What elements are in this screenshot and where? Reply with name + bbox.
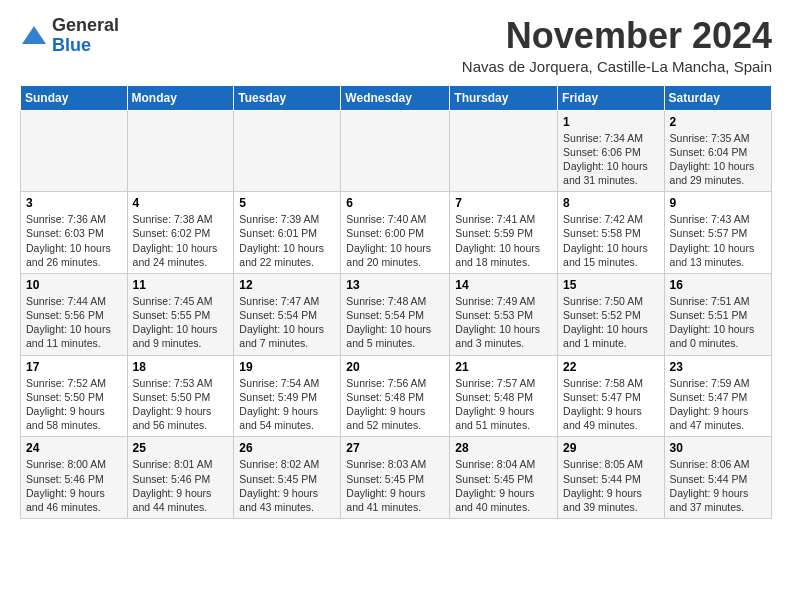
calendar-cell: 10Sunrise: 7:44 AM Sunset: 5:56 PM Dayli…	[21, 273, 128, 355]
day-info: Sunrise: 7:53 AM Sunset: 5:50 PM Dayligh…	[133, 376, 229, 433]
calendar-week-1: 1Sunrise: 7:34 AM Sunset: 6:06 PM Daylig…	[21, 110, 772, 192]
day-info: Sunrise: 7:41 AM Sunset: 5:59 PM Dayligh…	[455, 212, 552, 269]
day-number: 17	[26, 360, 122, 374]
day-number: 7	[455, 196, 552, 210]
day-number: 15	[563, 278, 659, 292]
weekday-tuesday: Tuesday	[234, 85, 341, 110]
day-number: 2	[670, 115, 766, 129]
day-number: 16	[670, 278, 766, 292]
weekday-monday: Monday	[127, 85, 234, 110]
month-title: November 2024	[462, 16, 772, 56]
day-info: Sunrise: 7:36 AM Sunset: 6:03 PM Dayligh…	[26, 212, 122, 269]
day-number: 6	[346, 196, 444, 210]
calendar-body: 1Sunrise: 7:34 AM Sunset: 6:06 PM Daylig…	[21, 110, 772, 518]
calendar-cell: 14Sunrise: 7:49 AM Sunset: 5:53 PM Dayli…	[450, 273, 558, 355]
calendar-week-5: 24Sunrise: 8:00 AM Sunset: 5:46 PM Dayli…	[21, 437, 772, 519]
calendar-cell: 5Sunrise: 7:39 AM Sunset: 6:01 PM Daylig…	[234, 192, 341, 274]
calendar-cell: 3Sunrise: 7:36 AM Sunset: 6:03 PM Daylig…	[21, 192, 128, 274]
day-info: Sunrise: 7:39 AM Sunset: 6:01 PM Dayligh…	[239, 212, 335, 269]
calendar-cell: 21Sunrise: 7:57 AM Sunset: 5:48 PM Dayli…	[450, 355, 558, 437]
day-number: 5	[239, 196, 335, 210]
calendar-header: Sunday Monday Tuesday Wednesday Thursday…	[21, 85, 772, 110]
logo: General Blue	[20, 16, 119, 56]
calendar-cell: 18Sunrise: 7:53 AM Sunset: 5:50 PM Dayli…	[127, 355, 234, 437]
day-number: 13	[346, 278, 444, 292]
calendar-week-3: 10Sunrise: 7:44 AM Sunset: 5:56 PM Dayli…	[21, 273, 772, 355]
weekday-row: Sunday Monday Tuesday Wednesday Thursday…	[21, 85, 772, 110]
day-number: 18	[133, 360, 229, 374]
day-number: 23	[670, 360, 766, 374]
calendar-cell: 16Sunrise: 7:51 AM Sunset: 5:51 PM Dayli…	[664, 273, 771, 355]
calendar-cell: 2Sunrise: 7:35 AM Sunset: 6:04 PM Daylig…	[664, 110, 771, 192]
day-info: Sunrise: 7:43 AM Sunset: 5:57 PM Dayligh…	[670, 212, 766, 269]
day-number: 20	[346, 360, 444, 374]
calendar-cell: 25Sunrise: 8:01 AM Sunset: 5:46 PM Dayli…	[127, 437, 234, 519]
page-header: General Blue November 2024 Navas de Jorq…	[20, 16, 772, 75]
day-number: 11	[133, 278, 229, 292]
day-info: Sunrise: 8:02 AM Sunset: 5:45 PM Dayligh…	[239, 457, 335, 514]
day-info: Sunrise: 7:58 AM Sunset: 5:47 PM Dayligh…	[563, 376, 659, 433]
calendar-cell: 12Sunrise: 7:47 AM Sunset: 5:54 PM Dayli…	[234, 273, 341, 355]
calendar-cell	[450, 110, 558, 192]
calendar-cell: 13Sunrise: 7:48 AM Sunset: 5:54 PM Dayli…	[341, 273, 450, 355]
logo-icon	[20, 22, 48, 50]
calendar-cell: 8Sunrise: 7:42 AM Sunset: 5:58 PM Daylig…	[558, 192, 665, 274]
calendar-cell: 6Sunrise: 7:40 AM Sunset: 6:00 PM Daylig…	[341, 192, 450, 274]
day-info: Sunrise: 7:42 AM Sunset: 5:58 PM Dayligh…	[563, 212, 659, 269]
day-info: Sunrise: 7:51 AM Sunset: 5:51 PM Dayligh…	[670, 294, 766, 351]
calendar-cell: 29Sunrise: 8:05 AM Sunset: 5:44 PM Dayli…	[558, 437, 665, 519]
calendar-cell: 17Sunrise: 7:52 AM Sunset: 5:50 PM Dayli…	[21, 355, 128, 437]
day-info: Sunrise: 8:06 AM Sunset: 5:44 PM Dayligh…	[670, 457, 766, 514]
day-info: Sunrise: 7:45 AM Sunset: 5:55 PM Dayligh…	[133, 294, 229, 351]
calendar-cell: 9Sunrise: 7:43 AM Sunset: 5:57 PM Daylig…	[664, 192, 771, 274]
day-info: Sunrise: 8:05 AM Sunset: 5:44 PM Dayligh…	[563, 457, 659, 514]
calendar-cell: 1Sunrise: 7:34 AM Sunset: 6:06 PM Daylig…	[558, 110, 665, 192]
day-info: Sunrise: 7:44 AM Sunset: 5:56 PM Dayligh…	[26, 294, 122, 351]
day-info: Sunrise: 7:35 AM Sunset: 6:04 PM Dayligh…	[670, 131, 766, 188]
weekday-sunday: Sunday	[21, 85, 128, 110]
day-info: Sunrise: 7:54 AM Sunset: 5:49 PM Dayligh…	[239, 376, 335, 433]
logo-text: General Blue	[52, 16, 119, 56]
day-info: Sunrise: 8:01 AM Sunset: 5:46 PM Dayligh…	[133, 457, 229, 514]
calendar-cell: 27Sunrise: 8:03 AM Sunset: 5:45 PM Dayli…	[341, 437, 450, 519]
day-info: Sunrise: 7:50 AM Sunset: 5:52 PM Dayligh…	[563, 294, 659, 351]
day-info: Sunrise: 7:52 AM Sunset: 5:50 PM Dayligh…	[26, 376, 122, 433]
day-number: 14	[455, 278, 552, 292]
day-number: 12	[239, 278, 335, 292]
title-block: November 2024 Navas de Jorquera, Castill…	[462, 16, 772, 75]
calendar-week-2: 3Sunrise: 7:36 AM Sunset: 6:03 PM Daylig…	[21, 192, 772, 274]
calendar-cell: 24Sunrise: 8:00 AM Sunset: 5:46 PM Dayli…	[21, 437, 128, 519]
calendar-cell	[127, 110, 234, 192]
calendar-cell: 26Sunrise: 8:02 AM Sunset: 5:45 PM Dayli…	[234, 437, 341, 519]
calendar-cell: 23Sunrise: 7:59 AM Sunset: 5:47 PM Dayli…	[664, 355, 771, 437]
day-info: Sunrise: 7:40 AM Sunset: 6:00 PM Dayligh…	[346, 212, 444, 269]
day-info: Sunrise: 7:38 AM Sunset: 6:02 PM Dayligh…	[133, 212, 229, 269]
calendar-table: Sunday Monday Tuesday Wednesday Thursday…	[20, 85, 772, 519]
calendar-cell: 15Sunrise: 7:50 AM Sunset: 5:52 PM Dayli…	[558, 273, 665, 355]
day-info: Sunrise: 7:49 AM Sunset: 5:53 PM Dayligh…	[455, 294, 552, 351]
day-number: 3	[26, 196, 122, 210]
location: Navas de Jorquera, Castille-La Mancha, S…	[462, 58, 772, 75]
calendar-cell: 22Sunrise: 7:58 AM Sunset: 5:47 PM Dayli…	[558, 355, 665, 437]
day-number: 10	[26, 278, 122, 292]
calendar-cell	[234, 110, 341, 192]
day-info: Sunrise: 7:48 AM Sunset: 5:54 PM Dayligh…	[346, 294, 444, 351]
calendar-cell: 20Sunrise: 7:56 AM Sunset: 5:48 PM Dayli…	[341, 355, 450, 437]
logo-blue: Blue	[52, 35, 91, 55]
calendar-cell	[21, 110, 128, 192]
day-number: 21	[455, 360, 552, 374]
calendar-cell: 28Sunrise: 8:04 AM Sunset: 5:45 PM Dayli…	[450, 437, 558, 519]
day-number: 29	[563, 441, 659, 455]
weekday-thursday: Thursday	[450, 85, 558, 110]
calendar-week-4: 17Sunrise: 7:52 AM Sunset: 5:50 PM Dayli…	[21, 355, 772, 437]
day-number: 4	[133, 196, 229, 210]
day-number: 9	[670, 196, 766, 210]
day-number: 30	[670, 441, 766, 455]
day-number: 1	[563, 115, 659, 129]
calendar-cell: 19Sunrise: 7:54 AM Sunset: 5:49 PM Dayli…	[234, 355, 341, 437]
calendar-cell: 30Sunrise: 8:06 AM Sunset: 5:44 PM Dayli…	[664, 437, 771, 519]
weekday-wednesday: Wednesday	[341, 85, 450, 110]
weekday-saturday: Saturday	[664, 85, 771, 110]
day-number: 25	[133, 441, 229, 455]
day-info: Sunrise: 7:59 AM Sunset: 5:47 PM Dayligh…	[670, 376, 766, 433]
